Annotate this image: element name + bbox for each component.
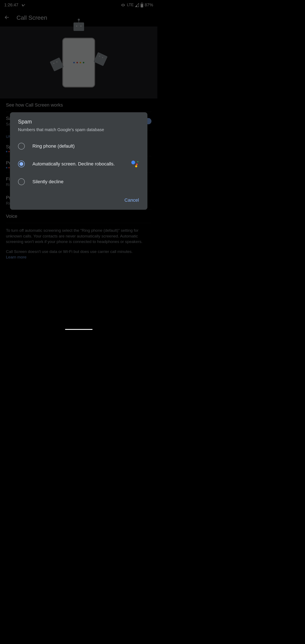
option-ring-phone[interactable]: Ring phone (default) xyxy=(10,137,148,155)
radio-selected-icon xyxy=(18,160,25,167)
dialog-title: Spam xyxy=(10,119,148,127)
radio-icon xyxy=(18,178,25,185)
option-label: Automatically screen. Decline robocalls. xyxy=(32,161,124,167)
nav-pill[interactable] xyxy=(65,329,92,330)
cancel-button[interactable]: Cancel xyxy=(124,198,139,203)
radio-icon xyxy=(18,143,25,150)
dialog-desc: Numbers that match Google's spam databas… xyxy=(10,127,148,137)
assistant-icon xyxy=(131,160,139,167)
option-silently-decline[interactable]: Silently decline xyxy=(10,173,148,191)
option-label: Ring phone (default) xyxy=(32,144,139,149)
option-auto-screen[interactable]: Automatically screen. Decline robocalls. xyxy=(10,155,148,173)
option-label: Silently decline xyxy=(32,179,139,184)
spam-dialog: Spam Numbers that match Google's spam da… xyxy=(10,112,148,210)
